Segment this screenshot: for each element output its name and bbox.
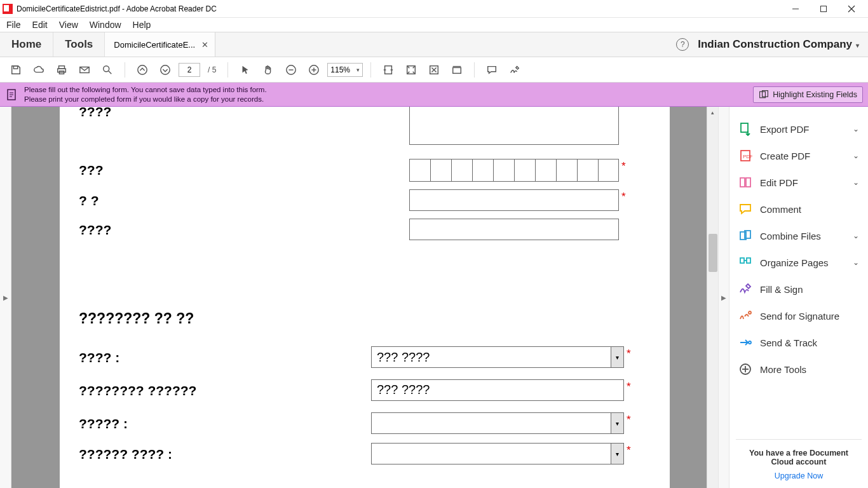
- tool-comment[interactable]: Comment: [736, 196, 862, 222]
- nav-home[interactable]: Home: [0, 32, 53, 57]
- field-label: ???????? ??????: [79, 379, 371, 398]
- tool-fill-sign[interactable]: Fill & Sign: [736, 276, 862, 302]
- combine-files-icon: [738, 229, 752, 243]
- svg-rect-36: [740, 258, 744, 263]
- acrobat-app-icon: [3, 4, 13, 14]
- tool-label: More Tools: [760, 364, 806, 375]
- form-notice-line1: Please fill out the following form. You …: [24, 85, 267, 94]
- tool-more-tools[interactable]: More Tools: [736, 356, 862, 383]
- chevron-down-icon: ▾: [611, 444, 623, 464]
- form-textbox[interactable]: ??? ????: [371, 379, 624, 401]
- scrollbar-thumb[interactable]: [709, 234, 717, 272]
- tool-send-track[interactable]: Send & Track: [736, 329, 862, 356]
- sign-icon[interactable]: [505, 60, 524, 79]
- svg-text:PDF: PDF: [743, 154, 752, 159]
- nav-tools[interactable]: Tools: [53, 32, 105, 57]
- pdf-page: ???? ??? * ? ? * ???? ???????? ??: [60, 107, 670, 488]
- svg-point-39: [749, 341, 751, 344]
- svg-point-38: [749, 311, 751, 314]
- left-nav-rail[interactable]: ▶: [0, 107, 11, 488]
- window-titlebar: DomicileCertificateEdistrict.pdf - Adobe…: [0, 0, 868, 18]
- form-dropdown[interactable]: ▾: [371, 412, 624, 434]
- field-label: ????? :: [79, 412, 371, 431]
- form-dropdown[interactable]: ??? ???? ▾: [371, 346, 624, 368]
- close-tab-icon[interactable]: ✕: [201, 40, 208, 50]
- svg-rect-29: [741, 123, 748, 132]
- svg-rect-37: [747, 258, 750, 263]
- required-asterisk: *: [627, 443, 631, 457]
- form-textbox[interactable]: [409, 189, 619, 211]
- print-icon[interactable]: [52, 60, 71, 79]
- hand-tool-icon[interactable]: [259, 60, 278, 79]
- chevron-down-icon: ▾: [611, 347, 623, 367]
- window-maximize-button[interactable]: [810, 0, 837, 18]
- vertical-scrollbar[interactable]: ▴: [707, 107, 718, 488]
- fit-page-icon[interactable]: [402, 60, 421, 79]
- svg-rect-21: [453, 67, 461, 73]
- menu-view[interactable]: View: [59, 20, 78, 30]
- comment-tool-icon: [738, 202, 752, 216]
- form-textbox[interactable]: [409, 219, 619, 240]
- highlight-existing-fields-button[interactable]: Highlight Existing Fields: [753, 86, 863, 103]
- chevron-down-icon: ⌄: [853, 125, 859, 133]
- app-body: ▶ ???? ??? * ? ? * ????: [0, 107, 868, 488]
- pointer-tool-icon[interactable]: [236, 60, 255, 79]
- cloud-icon[interactable]: [29, 60, 48, 79]
- zoom-out-icon[interactable]: [281, 60, 301, 79]
- document-tab-label: DomicileCertificateE...: [114, 40, 195, 50]
- menu-window[interactable]: Window: [90, 20, 121, 30]
- footer-line1: You have a free Document: [740, 449, 858, 458]
- right-nav-rail[interactable]: ▶: [718, 107, 729, 488]
- organize-pages-icon: [738, 255, 752, 269]
- dropdown-value: ??? ????: [372, 350, 611, 365]
- search-icon[interactable]: [98, 60, 117, 79]
- document-tab[interactable]: DomicileCertificateE... ✕: [105, 32, 215, 57]
- help-icon[interactable]: ?: [676, 38, 689, 51]
- tool-label: Comment: [760, 204, 801, 215]
- page-up-icon[interactable]: [133, 60, 152, 79]
- send-signature-icon: [738, 309, 752, 323]
- tool-organize-pages[interactable]: Organize Pages ⌄: [736, 249, 862, 276]
- panel-divider: [736, 439, 862, 440]
- page-number-input[interactable]: [179, 63, 200, 77]
- save-icon[interactable]: [6, 60, 25, 79]
- svg-point-12: [161, 65, 170, 74]
- mail-icon[interactable]: [75, 60, 94, 79]
- upgrade-now-link[interactable]: Upgrade Now: [740, 471, 858, 480]
- tool-send-signature[interactable]: Send for Signature: [736, 302, 862, 329]
- tool-export-pdf[interactable]: Export PDF ⌄: [736, 116, 862, 142]
- zoom-select[interactable]: 115%▾: [327, 63, 363, 77]
- read-mode-icon[interactable]: [447, 60, 466, 79]
- required-asterisk: *: [627, 412, 631, 426]
- page-down-icon[interactable]: [156, 60, 175, 79]
- zoom-in-icon[interactable]: [304, 60, 323, 79]
- form-cell-group[interactable]: [409, 159, 619, 182]
- tool-edit-pdf[interactable]: Edit PDF ⌄: [736, 169, 862, 196]
- form-textarea[interactable]: [409, 107, 619, 145]
- fullscreen-icon[interactable]: [424, 60, 444, 79]
- tool-create-pdf[interactable]: PDF Create PDF ⌄: [736, 142, 862, 169]
- svg-rect-4: [13, 65, 17, 69]
- menu-edit[interactable]: Edit: [32, 20, 48, 30]
- svg-point-9: [104, 65, 109, 71]
- required-asterisk: *: [621, 189, 626, 203]
- scroll-up-icon[interactable]: ▴: [707, 107, 718, 118]
- account-menu[interactable]: Indian Construction Company▾: [698, 38, 859, 51]
- create-pdf-icon: PDF: [738, 149, 752, 163]
- form-dropdown[interactable]: ▾: [371, 443, 624, 464]
- tool-combine-files[interactable]: Combine Files ⌄: [736, 222, 862, 249]
- menu-file[interactable]: File: [6, 20, 21, 30]
- comment-icon[interactable]: [482, 60, 501, 79]
- field-label: ? ?: [79, 189, 409, 208]
- window-minimize-button[interactable]: [782, 0, 810, 18]
- menu-help[interactable]: Help: [133, 20, 151, 30]
- form-notice-banner: Please fill out the following form. You …: [0, 83, 868, 107]
- fit-width-icon[interactable]: [379, 60, 398, 79]
- window-close-button[interactable]: [837, 0, 865, 18]
- document-viewport[interactable]: ???? ??? * ? ? * ???? ???????? ??: [11, 107, 718, 488]
- page-total-label: / 5: [204, 65, 220, 74]
- tools-panel: Export PDF ⌄ PDF Create PDF ⌄ Edit PDF ⌄…: [729, 107, 868, 488]
- field-label: ?????? ???? :: [79, 443, 371, 462]
- svg-line-10: [109, 71, 112, 74]
- tool-label: Send & Track: [760, 337, 817, 348]
